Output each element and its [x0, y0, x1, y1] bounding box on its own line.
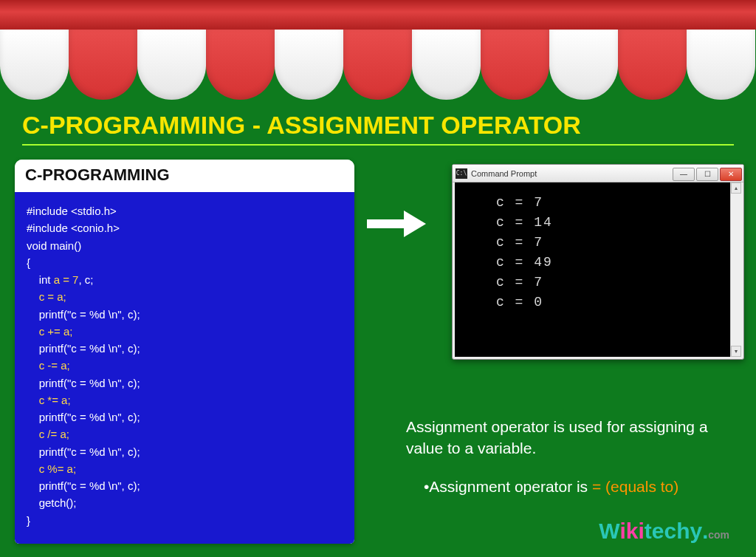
- cmd-output: c = 7 c = 14 c = 7 c = 49 c = 7 c = 0: [455, 182, 730, 357]
- maximize-button[interactable]: ☐: [696, 168, 718, 181]
- awning-decoration: [0, 0, 756, 103]
- description-line: Assignment operator is used for assignin…: [406, 416, 731, 459]
- description-bullet: •Assignment operator is = (equals to): [406, 476, 731, 497]
- cmd-title-text: Command Prompt: [471, 169, 537, 178]
- bullet-text: •Assignment operator is: [424, 478, 592, 495]
- cmd-app-icon: C:\: [456, 168, 467, 179]
- code-body: #include <stdio.h> #include <conio.h> vo…: [15, 192, 354, 544]
- minimize-button[interactable]: —: [673, 168, 695, 181]
- code-panel-header: C-PROGRAMMING: [15, 160, 354, 192]
- cmd-titlebar: C:\ Command Prompt — ☐ ✕: [453, 165, 743, 182]
- description-block: Assignment operator is used for assignin…: [406, 416, 731, 497]
- wikitechy-logo: Wikitechy.com: [599, 519, 729, 544]
- close-button[interactable]: ✕: [720, 168, 742, 181]
- scroll-up-icon[interactable]: ▴: [731, 182, 741, 194]
- code-panel: C-PROGRAMMING #include <stdio.h> #includ…: [15, 160, 354, 544]
- command-prompt-window: C:\ Command Prompt — ☐ ✕ c = 7 c = 14 c …: [452, 164, 744, 360]
- page-title: C-PROGRAMMING - ASSIGNMENT OPERATOR: [22, 111, 734, 146]
- scroll-down-icon[interactable]: ▾: [731, 346, 741, 357]
- cmd-scrollbar[interactable]: ▴ ▾: [730, 182, 741, 357]
- svg-marker-1: [404, 211, 426, 237]
- bullet-highlight: = (equals to): [592, 478, 678, 495]
- svg-rect-0: [367, 219, 407, 228]
- arrow-icon: [367, 209, 426, 239]
